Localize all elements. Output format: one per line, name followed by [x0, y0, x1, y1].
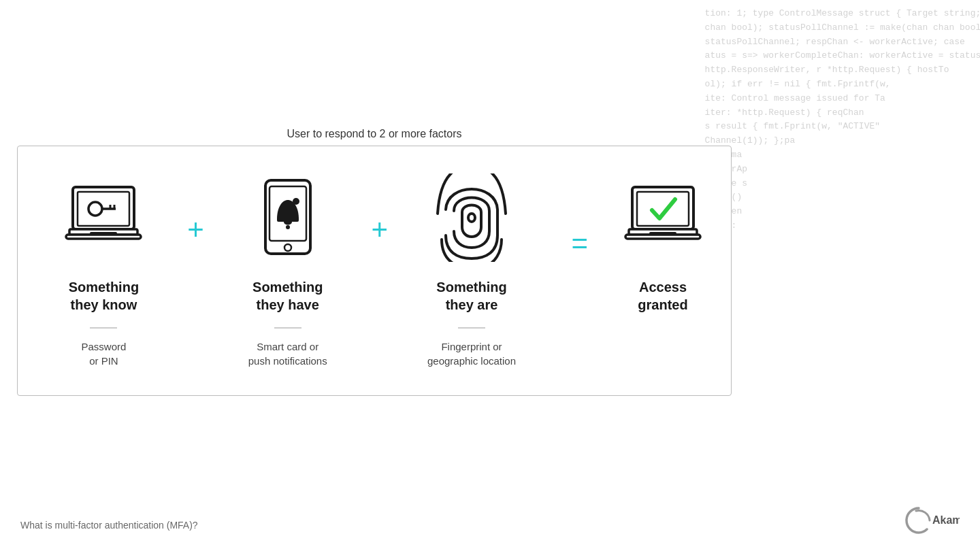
laptop-key-icon [59, 173, 148, 262]
factor-have-label: Something they have [252, 278, 323, 314]
akamai-logo: Akamai [905, 503, 960, 537]
factor-are: Something they are Fingerprint or geogra… [404, 173, 540, 368]
factor-know-divider [90, 327, 117, 329]
result-item: Access granted [608, 173, 717, 314]
main-content: User to respond to 2 or more factors [0, 0, 749, 551]
result-label: Access granted [638, 278, 687, 314]
factor-know-label: Something they know [69, 278, 139, 314]
factor-are-divider [458, 327, 485, 329]
svg-rect-20 [625, 235, 700, 239]
svg-rect-17 [637, 192, 689, 226]
diagram-box: Something they know Password or PIN + [17, 146, 732, 396]
svg-point-15 [468, 214, 475, 222]
plus-operator-2: + [372, 214, 389, 246]
svg-rect-12 [277, 218, 299, 222]
laptop-check-icon [619, 173, 707, 262]
factor-have-sublabel: Smart card or push notifications [248, 339, 327, 368]
equals-section: = [557, 146, 731, 341]
footer-label: What is multi-factor authentication (MFA… [20, 520, 198, 531]
factor-know-sublabel: Password or PIN [82, 339, 127, 368]
svg-text:Akamai: Akamai [932, 514, 960, 526]
svg-point-13 [286, 225, 290, 229]
svg-rect-8 [66, 235, 141, 239]
equals-operator: = [571, 227, 588, 260]
diagram-container: User to respond to 2 or more factors [17, 128, 732, 396]
phone-bell-icon [244, 173, 332, 262]
diagram-title: User to respond to 2 or more factors [17, 128, 732, 140]
factor-know: Something they know Password or PIN [35, 173, 172, 368]
factor-are-sublabel: Fingerprint or geographic location [427, 339, 516, 368]
fingerprint-icon [427, 173, 516, 262]
factor-have-divider [274, 327, 301, 329]
plus-operator-1: + [187, 214, 204, 246]
svg-point-14 [293, 198, 299, 205]
factors-section: Something they know Password or PIN + [18, 146, 557, 395]
factor-have: Something they have Smart card or push n… [220, 173, 356, 368]
factor-are-label: Something they are [436, 278, 506, 314]
